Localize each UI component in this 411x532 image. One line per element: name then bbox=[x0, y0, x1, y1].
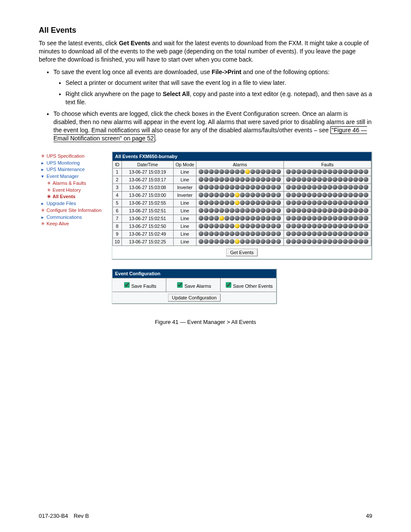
status-dot-icon bbox=[204, 216, 209, 221]
status-dot-icon bbox=[214, 185, 219, 190]
status-dot-icon bbox=[296, 200, 301, 205]
status-dot-icon bbox=[307, 239, 311, 244]
sidebar-nav: ✳UPS Specification▸UPS Monitoring▸UPS Ma… bbox=[39, 151, 109, 313]
status-dot-icon bbox=[255, 169, 260, 174]
status-dot-icon bbox=[271, 239, 276, 244]
status-dot-icon bbox=[353, 185, 358, 190]
status-dot-icon bbox=[291, 239, 296, 244]
save-other-label: Save Other Events bbox=[233, 283, 273, 289]
sidebar-item[interactable]: ✳Configure Site Information bbox=[40, 207, 107, 214]
status-dot-icon bbox=[204, 177, 209, 182]
status-dot-icon bbox=[245, 231, 250, 236]
sidebar-item[interactable]: ▾Event Manager bbox=[40, 173, 107, 180]
save-faults-label: Save Faults bbox=[131, 283, 156, 289]
sidebar-item[interactable]: ✳UPS Specification bbox=[40, 153, 107, 160]
status-dot-icon bbox=[255, 208, 260, 213]
update-config-button[interactable]: Update Configuration bbox=[168, 294, 221, 302]
save-alarms-option[interactable]: Save Alarms bbox=[166, 278, 220, 292]
bullet-2: To choose which events are logged, click… bbox=[53, 110, 372, 143]
sidebar-item-label: Alarms & Faults bbox=[53, 180, 86, 187]
alarms-cell bbox=[196, 238, 283, 246]
intro-text: To see the latest events, click bbox=[39, 40, 119, 47]
status-dot-icon bbox=[250, 208, 255, 213]
alarms-cell bbox=[196, 191, 283, 199]
status-dot-icon bbox=[353, 177, 358, 182]
faults-cell bbox=[283, 222, 371, 230]
status-dot-icon bbox=[353, 208, 358, 213]
status-dot-icon bbox=[214, 177, 219, 182]
sidebar-item[interactable]: ✳All Events bbox=[40, 193, 107, 200]
sidebar-item[interactable]: ▸Upgrade Files bbox=[40, 200, 107, 207]
status-dot-icon bbox=[353, 200, 358, 205]
b2-text: To choose which events are logged, click… bbox=[53, 110, 372, 134]
status-dot-icon bbox=[286, 239, 291, 244]
status-dot-icon bbox=[338, 193, 342, 197]
status-dot-icon bbox=[245, 200, 250, 205]
table-cell: 7 bbox=[113, 215, 122, 222]
status-dot-icon bbox=[261, 185, 265, 190]
save-alarms-checkbox[interactable] bbox=[177, 282, 183, 288]
status-dot-icon bbox=[240, 239, 245, 244]
status-dot-icon bbox=[348, 231, 353, 236]
status-dot-icon bbox=[271, 216, 276, 221]
alarms-cell bbox=[196, 207, 283, 215]
table-cell: 13-06-27 15:02:49 bbox=[121, 230, 173, 238]
status-dot-icon bbox=[204, 239, 209, 244]
sidebar-item[interactable]: ▸UPS Monitoring bbox=[40, 160, 107, 167]
status-dot-icon bbox=[358, 224, 363, 228]
table-row: 613-06-27 15:02:51Line bbox=[113, 207, 371, 215]
status-dot-icon bbox=[266, 185, 271, 190]
status-dot-icon bbox=[266, 239, 271, 244]
page-icon: ✳ bbox=[40, 221, 45, 227]
table-cell: 8 bbox=[113, 222, 122, 230]
table-cell: 13-06-27 15:02:55 bbox=[121, 199, 173, 207]
alarms-cell bbox=[196, 199, 283, 207]
status-dot-icon bbox=[230, 185, 234, 190]
table-cell: Line bbox=[174, 176, 196, 184]
b1-bold: File->Print bbox=[212, 68, 241, 75]
status-dot-icon bbox=[209, 177, 214, 182]
status-dot-icon bbox=[327, 208, 332, 213]
table-cell: 13-06-27 15:02:50 bbox=[121, 222, 173, 230]
save-other-option[interactable]: Save Other Events bbox=[221, 278, 276, 292]
status-dot-icon bbox=[255, 224, 260, 228]
sidebar-item[interactable]: ▸Communications bbox=[40, 214, 107, 221]
save-faults-option[interactable]: Save Faults bbox=[112, 278, 166, 292]
status-dot-icon bbox=[322, 200, 327, 205]
sidebar-item[interactable]: ✳Event History bbox=[40, 187, 107, 194]
sidebar-item-label: Configure Site Information bbox=[47, 208, 102, 214]
col-alarms: Alarms bbox=[196, 161, 283, 168]
status-dot-icon bbox=[261, 208, 265, 213]
status-dot-icon bbox=[255, 239, 260, 244]
status-dot-icon bbox=[214, 169, 219, 174]
status-dot-icon bbox=[240, 200, 245, 205]
alarms-cell bbox=[196, 215, 283, 222]
status-dot-icon bbox=[261, 200, 265, 205]
save-faults-checkbox[interactable] bbox=[124, 282, 130, 288]
status-dot-icon bbox=[204, 208, 209, 213]
status-dot-row bbox=[199, 177, 281, 182]
status-dot-icon bbox=[302, 177, 306, 182]
status-dot-icon bbox=[353, 239, 358, 244]
status-dot-icon bbox=[209, 224, 214, 228]
status-dot-icon bbox=[312, 208, 317, 213]
intro-paragraph: To see the latest events, click Get Even… bbox=[39, 39, 372, 64]
status-dot-icon bbox=[235, 216, 240, 221]
sidebar-item[interactable]: ✳Alarms & Faults bbox=[40, 180, 107, 187]
all-events-panel: All Events FXM650-burnaby ID Date/Time O… bbox=[112, 151, 372, 260]
save-other-checkbox[interactable] bbox=[226, 282, 231, 288]
table-cell: 13-06-27 15:02:25 bbox=[121, 238, 173, 246]
sidebar-item[interactable]: ✳Keep Alive bbox=[40, 221, 107, 227]
table-cell: 9 bbox=[113, 230, 122, 238]
get-events-button[interactable]: Get Events bbox=[226, 249, 257, 256]
b1-text: To save the event log once all events ar… bbox=[53, 68, 212, 75]
status-dot-icon bbox=[307, 185, 311, 190]
status-dot-icon bbox=[209, 208, 214, 213]
status-dot-icon bbox=[312, 185, 317, 190]
status-dot-icon bbox=[240, 193, 245, 197]
sidebar-item[interactable]: ▸UPS Maintenance bbox=[40, 166, 107, 173]
status-dot-icon bbox=[224, 169, 229, 174]
status-dot-icon bbox=[245, 193, 250, 197]
save-alarms-label: Save Alarms bbox=[184, 283, 211, 289]
status-dot-icon bbox=[271, 231, 276, 236]
